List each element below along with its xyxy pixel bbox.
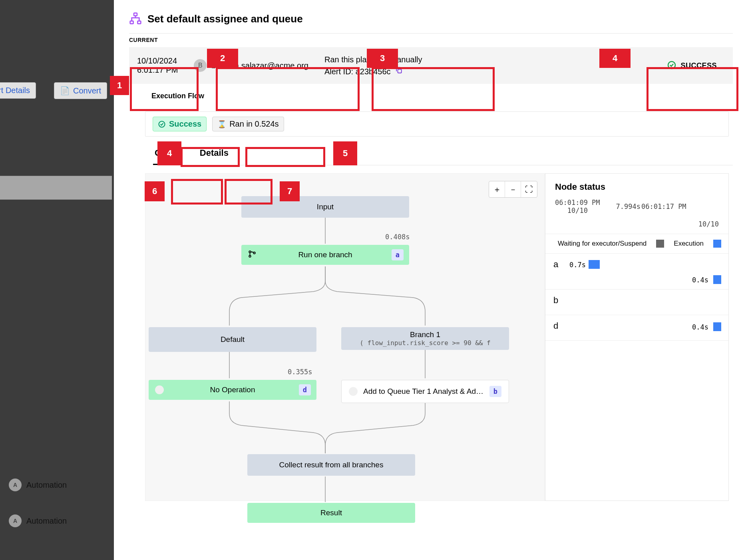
status-badge-success: Success — [153, 117, 207, 131]
bg-automation-row: AAutomation — [9, 479, 67, 491]
detail-panel: Set default assignee and queue CURRENT 1… — [114, 0, 748, 560]
callout-4-left: 4 — [157, 141, 181, 165]
node-time-d: 0.355s — [288, 368, 312, 376]
workflow-icon — [129, 12, 142, 26]
callout-3: 3 — [367, 49, 398, 68]
panel-title: Set default assignee and queue — [147, 13, 303, 25]
tabs: Graph Details — [153, 144, 733, 165]
fullscreen-button[interactable]: ⛶ — [521, 181, 537, 197]
callout-4-top: 4 — [599, 49, 631, 68]
branch-condition: ( flow_input.risk_score >= 90 && f — [347, 339, 503, 347]
zoom-out-button[interactable]: － — [505, 181, 521, 197]
svg-rect-1 — [130, 21, 133, 24]
document-icon: 📄 — [60, 86, 70, 95]
svg-rect-2 — [137, 21, 141, 24]
success-icon — [667, 60, 676, 71]
panel-title-row: Set default assignee and queue — [129, 12, 733, 26]
callout-2: 2 — [207, 49, 238, 68]
node-add-to-queue[interactable]: Add to Queue Tier 1 Analyst & Add A... b — [341, 380, 509, 403]
branch-icon — [248, 250, 257, 260]
svg-rect-0 — [134, 13, 137, 16]
callout-1: 1 — [110, 76, 129, 95]
execution-status: SUCCESS — [667, 60, 725, 71]
execution-flow-label: Execution Flow — [151, 92, 733, 100]
node-default-branch[interactable]: Default — [149, 327, 316, 352]
user-avatar: B — [194, 59, 207, 72]
node-status-row-a[interactable]: a 0.7s 0.4s — [545, 254, 728, 290]
callout-7: 7 — [280, 181, 300, 201]
callout-5: 5 — [333, 141, 357, 165]
graph-canvas[interactable]: ＋ － ⛶ Input 0.408s Run on — [145, 173, 545, 501]
svg-point-6 — [249, 251, 251, 253]
callout-6: 6 — [145, 181, 165, 201]
node-time-a: 0.408s — [385, 233, 410, 241]
canvas-controls: ＋ － ⛶ — [489, 181, 537, 198]
node-status-title: Node status — [545, 174, 728, 199]
node-status-row-d[interactable]: d 0.4s — [545, 315, 728, 341]
node-result[interactable]: Result — [247, 503, 415, 523]
node-collect-result[interactable]: Collect result from all branches — [247, 454, 415, 476]
node-status-legend: Waiting for executor/Suspend Execution — [545, 234, 728, 254]
svg-rect-3 — [398, 70, 401, 73]
node-status-row-b[interactable]: b — [545, 290, 728, 315]
execution-datetime: 10/10/2024 6:01:17 PM — [137, 56, 178, 75]
node-badge-b: b — [489, 386, 501, 397]
tab-details[interactable]: Details — [198, 144, 230, 165]
node-status-circle — [155, 385, 164, 394]
bg-button-convert[interactable]: 📄 Convert — [54, 82, 107, 99]
current-label: CURRENT — [129, 37, 733, 43]
svg-point-7 — [249, 255, 251, 257]
duration-badge: ⌛ Ran in 0.524s — [212, 117, 284, 131]
node-badge-d: d — [299, 384, 311, 395]
node-status-panel: Node status 06:01:09 PM 10/10 7.994s06:0… — [545, 173, 729, 501]
node-branch-1[interactable]: Branch 1 ( flow_input.risk_score >= 90 &… — [341, 327, 509, 350]
node-status-circle — [349, 387, 358, 396]
bg-button-details[interactable]: ert Details — [0, 82, 36, 99]
bg-automation-row: AAutomation — [9, 514, 67, 527]
zoom-in-button[interactable]: ＋ — [489, 181, 505, 197]
hourglass-icon: ⌛ — [217, 120, 226, 129]
node-input[interactable]: Input — [241, 196, 409, 218]
node-no-operation[interactable]: No Operation d — [149, 380, 316, 400]
node-status-times: 06:01:09 PM 10/10 7.994s06:01:17 PM x — [545, 199, 728, 220]
node-badge-a: a — [392, 249, 404, 260]
node-run-one-branch[interactable]: Run one branch a — [241, 245, 409, 265]
